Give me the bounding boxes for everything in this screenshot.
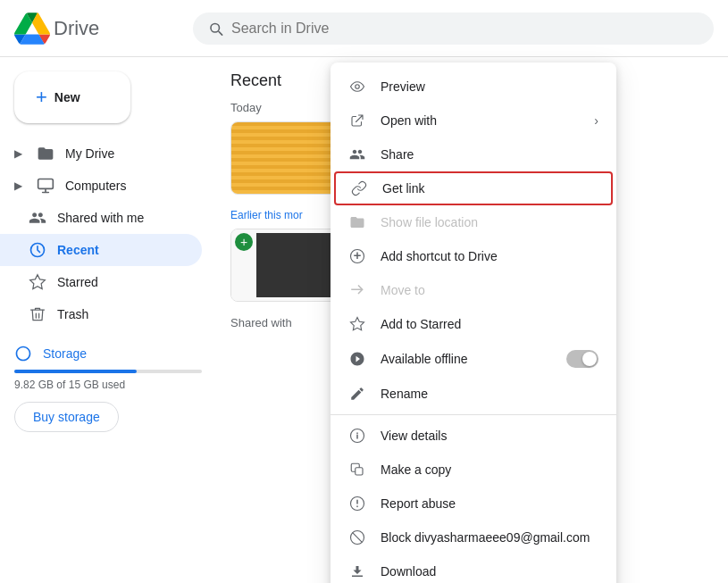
computers-chevron-icon: ▶ [14, 179, 22, 192]
menu-item-download[interactable]: Download [331, 554, 616, 583]
toggle-knob [582, 352, 597, 366]
share-icon [348, 146, 366, 162]
sidebar-item-my-drive[interactable]: ▶ My Drive [0, 137, 202, 170]
logo-text: Drive [54, 17, 99, 40]
green-plus-badge: + [235, 233, 253, 251]
download-icon [348, 563, 366, 579]
menu-item-label-view-details: View details [381, 429, 598, 443]
sidebar-item-label-my-drive: My Drive [65, 146, 114, 161]
menu-item-label-open-with: Open with [381, 113, 580, 128]
star-icon [348, 316, 366, 332]
menu-item-open-with[interactable]: Open with › [331, 104, 616, 137]
trash-sidebar-icon [29, 305, 46, 323]
menu-item-get-link[interactable]: Get link [334, 171, 613, 205]
menu-item-preview[interactable]: Preview [331, 70, 616, 104]
storage-label[interactable]: Storage [14, 345, 202, 362]
storage-section: Storage 9.82 GB of 15 GB used Buy storag… [14, 345, 202, 432]
menu-item-label-available-offline: Available offline [381, 352, 552, 366]
sidebar-item-label-recent: Recent [57, 243, 99, 257]
computers-icon [37, 177, 54, 195]
sidebar-item-trash[interactable]: Trash [0, 298, 202, 330]
menu-item-share[interactable]: Share [331, 137, 616, 171]
menu-item-move-to: Move to [331, 273, 616, 307]
menu-item-label-block-user: Block divyasharmaeee09@gmail.com [381, 530, 598, 545]
rename-icon [348, 386, 366, 402]
menu-item-block-user[interactable]: Block divyasharmaeee09@gmail.com [331, 521, 616, 554]
starred-icon [29, 273, 46, 291]
sidebar: + New ▶ My Drive ▶ Computers Shared with… [0, 57, 216, 583]
storage-bar-fill [14, 370, 137, 373]
menu-item-label-move-to: Move to [381, 283, 598, 297]
menu-item-make-copy[interactable]: Make a copy [331, 453, 616, 487]
sidebar-item-label-shared: Shared with me [57, 211, 144, 225]
menu-item-label-report-abuse: Report abuse [381, 496, 598, 511]
new-plus-icon: + [36, 86, 47, 109]
block-icon [348, 529, 366, 546]
folder-icon [348, 214, 366, 230]
new-button-label: New [54, 90, 80, 104]
svg-rect-5 [356, 468, 363, 475]
search-icon [207, 20, 224, 37]
storage-text: Storage [43, 346, 87, 361]
menu-item-label-download: Download [381, 564, 598, 579]
info-icon [348, 428, 366, 444]
available-offline-toggle[interactable] [566, 350, 598, 368]
menu-item-label-rename: Rename [381, 387, 598, 401]
menu-item-report-abuse[interactable]: Report abuse [331, 487, 616, 521]
open-with-arrow-icon: › [594, 113, 598, 128]
my-drive-chevron-icon: ▶ [14, 147, 22, 160]
open-with-icon [348, 112, 366, 129]
shared-icon [29, 209, 46, 227]
add-shortcut-icon [348, 248, 366, 264]
sidebar-item-label-computers: Computers [65, 179, 126, 193]
get-link-icon [350, 180, 368, 196]
move-to-icon [348, 282, 366, 298]
menu-item-label-preview: Preview [381, 79, 598, 94]
storage-icon [14, 345, 32, 362]
buy-storage-button[interactable]: Buy storage [14, 402, 119, 432]
search-input[interactable] [231, 21, 699, 37]
menu-item-rename[interactable]: Rename [331, 377, 616, 411]
svg-point-2 [356, 85, 360, 89]
menu-item-view-details[interactable]: View details [331, 419, 616, 453]
drive-logo-icon [14, 11, 50, 46]
new-button[interactable]: + New [14, 71, 130, 123]
sidebar-item-computers[interactable]: ▶ Computers [0, 170, 202, 202]
offline-icon [348, 351, 366, 367]
context-menu: Preview Open with › Share Get link Show … [331, 62, 616, 583]
menu-item-add-shortcut[interactable]: Add shortcut to Drive [331, 239, 616, 273]
storage-bar-background [14, 370, 202, 373]
menu-divider-1 [331, 414, 616, 415]
menu-item-label-make-copy: Make a copy [381, 462, 598, 477]
menu-item-label-add-shortcut: Add shortcut to Drive [381, 249, 598, 263]
header: Drive [0, 0, 728, 57]
my-drive-icon [37, 145, 54, 162]
storage-used-text: 9.82 GB of 15 GB used [14, 379, 202, 391]
recent-icon [29, 241, 46, 259]
menu-item-label-share: Share [381, 147, 598, 162]
report-icon [348, 496, 366, 512]
menu-item-label-get-link: Get link [382, 181, 597, 196]
svg-rect-0 [38, 179, 54, 189]
copy-icon [348, 462, 366, 478]
search-bar[interactable] [193, 12, 714, 45]
menu-item-show-location: Show file location [331, 205, 616, 239]
sidebar-item-shared[interactable]: Shared with me [0, 202, 202, 234]
sidebar-item-label-trash: Trash [57, 307, 88, 321]
sidebar-item-label-starred: Starred [57, 275, 98, 289]
preview-icon [348, 79, 366, 95]
sidebar-item-starred[interactable]: Starred [0, 266, 202, 298]
menu-item-label-add-starred: Add to Starred [381, 317, 598, 331]
menu-item-add-starred[interactable]: Add to Starred [331, 307, 616, 341]
menu-item-available-offline[interactable]: Available offline [331, 341, 616, 377]
sidebar-item-recent[interactable]: Recent [0, 234, 202, 266]
logo-area: Drive [14, 11, 193, 46]
svg-line-8 [353, 533, 363, 543]
menu-item-label-show-location: Show file location [381, 215, 598, 229]
